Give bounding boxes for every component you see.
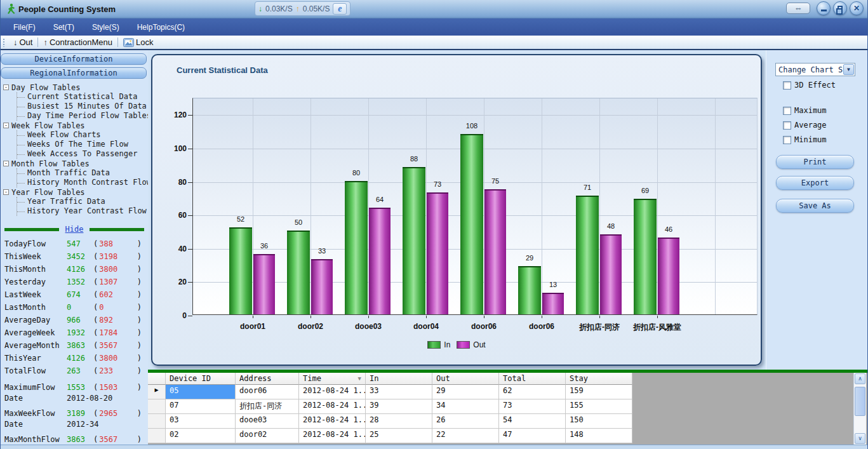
hide-link[interactable]: Hide xyxy=(65,225,84,234)
scrollbar-thumb[interactable] xyxy=(855,387,865,416)
toolbar-grip xyxy=(3,38,5,47)
table-cell[interactable]: 2012-08-24 1... xyxy=(299,399,366,414)
tree-collapse-icon[interactable]: - xyxy=(3,161,9,166)
out-button[interactable]: ↓ Out xyxy=(8,37,37,47)
maximize-button[interactable] xyxy=(833,1,847,15)
table-cell[interactable]: 2012-08-24 1... xyxy=(299,429,366,443)
column-header-time[interactable]: Time▼ xyxy=(299,373,366,385)
table-cell[interactable]: 73 xyxy=(499,399,566,414)
table-cell[interactable]: 54 xyxy=(499,414,566,429)
table-cell[interactable]: 07 xyxy=(166,399,236,414)
tree-item[interactable]: Month Traffic Data xyxy=(17,168,148,178)
table-cell[interactable]: 148 xyxy=(566,429,632,443)
tree-collapse-icon[interactable]: - xyxy=(3,123,9,128)
device-information-button[interactable]: DeviceInformation xyxy=(1,53,147,65)
column-header-in[interactable]: In xyxy=(366,373,432,385)
lock-icon xyxy=(123,38,134,47)
regional-information-button[interactable]: RegionalInformation xyxy=(1,67,147,79)
table-cell[interactable]: 26 xyxy=(432,414,499,429)
save-as-button[interactable]: Save As xyxy=(776,199,854,213)
table-cell[interactable]: 39 xyxy=(366,399,432,414)
chevron-down-icon[interactable]: ▼ xyxy=(843,64,854,75)
stat-row: TodayFlow547(388) xyxy=(1,238,148,250)
table-scrollbar[interactable]: ∧ ∨ xyxy=(853,373,866,445)
tree-group[interactable]: -Week Flow Tables xyxy=(3,121,148,130)
y-gridline xyxy=(193,115,757,116)
table-row[interactable]: 07折扣店-同济2012-08-24 1...393473155 xyxy=(148,399,632,414)
column-header-address[interactable]: Address xyxy=(236,373,299,385)
paren-open: ( xyxy=(93,409,98,418)
table-cell[interactable]: 02 xyxy=(166,429,236,443)
table-cell[interactable]: 34 xyxy=(432,399,499,414)
row-selector-cell[interactable] xyxy=(148,429,166,443)
column-header-total[interactable]: Total xyxy=(499,373,566,385)
close-button[interactable]: ✕ xyxy=(850,1,864,15)
tree-group[interactable]: -Day Flow Tables xyxy=(3,83,148,92)
table-cell[interactable]: 2012-08-24 1... xyxy=(299,414,366,429)
menu-item[interactable]: Style(S) xyxy=(84,20,127,34)
menu-item[interactable]: Set(T) xyxy=(46,20,82,34)
table-row[interactable]: 02door022012-08-24 1...252247148 xyxy=(148,429,632,443)
maximum-checkbox[interactable] xyxy=(783,107,791,115)
table-cell[interactable]: 25 xyxy=(366,429,432,443)
column-header-out[interactable]: Out xyxy=(432,373,499,385)
table-cell[interactable]: 05 xyxy=(166,385,236,399)
browser-icon[interactable]: e xyxy=(333,3,347,15)
tree-item[interactable]: History Month Contrast Flow xyxy=(17,178,148,187)
tree-item[interactable]: Year Traffic Data xyxy=(17,197,148,206)
tree-children: Month Traffic DataHistory Month Contrast… xyxy=(17,168,148,187)
table-cell[interactable]: 155 xyxy=(566,399,632,414)
main-content: DeviceInformation RegionalInformation -D… xyxy=(1,50,867,445)
chart-options-panel: Change Chart St ▼ 3D Effect Maximum Aver… xyxy=(766,50,867,370)
tree-item[interactable]: History Year Contrast Flow xyxy=(17,206,148,216)
contraction-menu-button[interactable]: ↑ ContractionMenu xyxy=(38,37,117,47)
table-cell[interactable]: 159 xyxy=(566,385,632,399)
minimum-checkbox[interactable] xyxy=(783,136,791,144)
tree-item[interactable]: Week Flow Charts xyxy=(17,130,148,140)
table-cell[interactable]: 150 xyxy=(566,414,632,429)
table-cell[interactable]: 03 xyxy=(166,414,236,429)
minimize-button[interactable] xyxy=(817,1,831,15)
column-header-device-id[interactable]: Device ID xyxy=(166,373,236,385)
table-cell[interactable]: door06 xyxy=(236,385,299,399)
tree-item[interactable]: Week Access To Passenger xyxy=(17,149,148,159)
tree-group[interactable]: -Year Flow Tables xyxy=(3,187,148,197)
table-cell[interactable]: dooe03 xyxy=(236,414,299,429)
table-cell[interactable]: 22 xyxy=(432,429,499,443)
menu-item[interactable]: HelpTopics(C) xyxy=(130,20,192,34)
export-button[interactable]: Export xyxy=(776,176,854,190)
table-row[interactable]: ▶05door062012-08-24 1...332962159 xyxy=(148,385,632,399)
table-cell[interactable]: 33 xyxy=(366,385,432,399)
tree-item[interactable]: Current Statistical Data xyxy=(17,92,148,102)
tree-item[interactable]: Busiest 15 Minutes Of Data xyxy=(17,102,148,111)
table-row[interactable]: 03dooe032012-08-24 1...282654150 xyxy=(148,414,632,429)
y-tick xyxy=(188,316,192,316)
tree-item[interactable]: Weeks Of The Time Flow xyxy=(17,140,148,149)
change-chart-style-dropdown[interactable]: Change Chart St ▼ xyxy=(775,63,855,76)
tree-collapse-icon[interactable]: - xyxy=(3,189,9,195)
print-button[interactable]: Print xyxy=(776,155,854,169)
resize-button[interactable]: ⇔ xyxy=(786,3,810,14)
row-selector-cell[interactable]: ▶ xyxy=(148,385,166,399)
scroll-up-icon[interactable]: ∧ xyxy=(855,373,865,384)
table-cell[interactable]: door02 xyxy=(236,429,299,443)
column-header-stay[interactable]: Stay xyxy=(566,373,632,385)
table-cell[interactable]: 62 xyxy=(499,385,566,399)
tree-group[interactable]: -Month Flow Tables xyxy=(3,159,148,168)
tree-item[interactable]: Day Time Period Flow Tables xyxy=(17,111,148,121)
paren-close: ) xyxy=(137,354,144,363)
table-cell[interactable]: 29 xyxy=(432,385,499,399)
stat-in-value: 3189 xyxy=(67,409,93,418)
average-checkbox[interactable] xyxy=(783,121,791,130)
lock-button[interactable]: Lock xyxy=(118,37,158,47)
table-cell[interactable]: 2012-08-24 1... xyxy=(299,385,366,399)
menu-item[interactable]: File(F) xyxy=(6,20,43,34)
tree-collapse-icon[interactable]: - xyxy=(3,84,9,90)
table-cell[interactable]: 折扣店-同济 xyxy=(236,399,299,414)
3d-effect-checkbox[interactable] xyxy=(783,81,791,90)
scroll-down-icon[interactable]: ∨ xyxy=(855,433,865,444)
row-selector-cell[interactable] xyxy=(148,414,166,429)
row-selector-cell[interactable] xyxy=(148,399,166,414)
table-cell[interactable]: 47 xyxy=(499,429,566,443)
table-cell[interactable]: 28 xyxy=(366,414,432,429)
